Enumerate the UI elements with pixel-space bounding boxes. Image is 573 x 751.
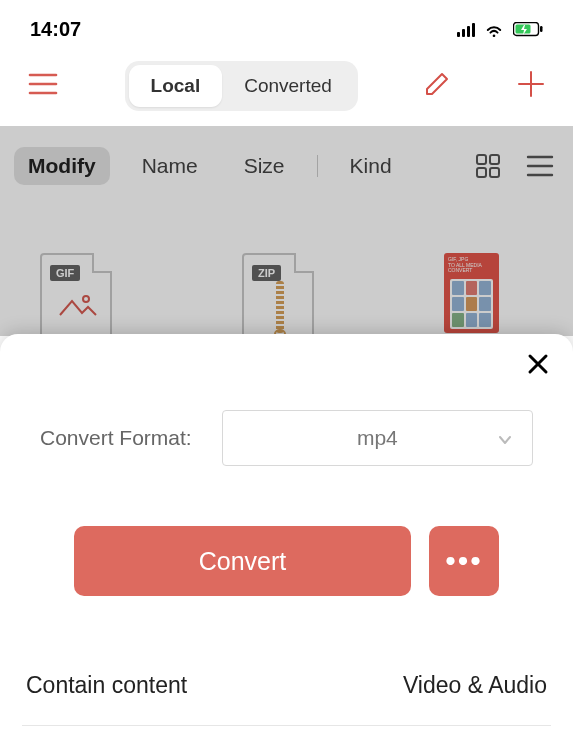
cellular-icon	[457, 23, 475, 37]
file-badge: ZIP	[252, 265, 281, 281]
wifi-icon	[483, 22, 505, 38]
more-button[interactable]: •••	[429, 526, 499, 596]
convert-button[interactable]: Convert	[74, 526, 411, 596]
tab-local[interactable]: Local	[129, 65, 223, 107]
filter-size[interactable]: Size	[230, 147, 299, 185]
tab-converted[interactable]: Converted	[222, 65, 354, 107]
grid-view-icon[interactable]	[471, 152, 505, 180]
details-list: Contain content Video & Audio Output For…	[22, 646, 551, 751]
filter-modify[interactable]: Modify	[14, 147, 110, 185]
filter-name[interactable]: Name	[128, 147, 212, 185]
filter-chips: Modify Name Size Kind	[14, 147, 406, 185]
detail-label: Contain content	[26, 672, 187, 699]
list-view-icon[interactable]	[523, 152, 557, 180]
svg-rect-11	[490, 168, 499, 177]
close-icon[interactable]	[527, 352, 549, 380]
format-select[interactable]: mp4	[222, 410, 533, 466]
detail-contain-content[interactable]: Contain content Video & Audio	[22, 646, 551, 726]
file-item-poster[interactable]: GIF, JPGTO ALL MEDIACONVERT	[444, 253, 499, 333]
view-controls	[471, 152, 557, 180]
convert-sheet: Convert Format: mp4 Convert ••• Contain …	[0, 334, 573, 751]
battery-icon	[513, 22, 543, 38]
chevron-down-icon	[498, 426, 512, 450]
top-toolbar: Local Converted	[0, 51, 573, 129]
svg-rect-10	[477, 168, 486, 177]
svg-rect-2	[540, 26, 543, 32]
file-item-gif[interactable]: GIF	[40, 253, 112, 341]
status-bar: 14:07	[0, 0, 573, 51]
format-label: Convert Format:	[40, 426, 192, 450]
detail-value: Video & Audio	[403, 672, 547, 699]
zipper-icon	[276, 281, 284, 333]
file-badge: GIF	[50, 265, 80, 281]
tab-segment: Local Converted	[125, 61, 358, 111]
filter-bar: Modify Name Size Kind	[0, 129, 573, 203]
status-indicators	[457, 22, 543, 38]
format-row: Convert Format: mp4	[22, 410, 551, 466]
poster-thumbnail: GIF, JPGTO ALL MEDIACONVERT	[444, 253, 499, 333]
svg-rect-9	[490, 155, 499, 164]
file-item-zip[interactable]: ZIP	[242, 253, 314, 341]
add-icon[interactable]	[517, 70, 545, 102]
svg-rect-8	[477, 155, 486, 164]
chip-divider	[317, 155, 318, 177]
action-row: Convert •••	[22, 526, 551, 596]
image-icon	[58, 291, 98, 325]
detail-output-format[interactable]: Output Format mp4	[22, 726, 551, 751]
menu-icon[interactable]	[28, 73, 58, 99]
filter-kind[interactable]: Kind	[336, 147, 406, 185]
status-time: 14:07	[30, 18, 81, 41]
format-value: mp4	[357, 426, 398, 450]
edit-icon[interactable]	[424, 71, 450, 101]
svg-point-15	[83, 296, 89, 302]
